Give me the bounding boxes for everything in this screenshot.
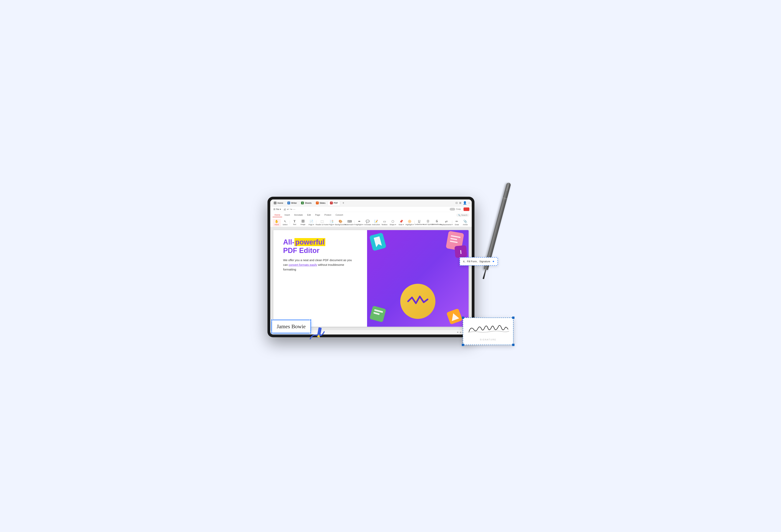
tool-annex[interactable]: 📎 Annex [461, 219, 469, 226]
grid-icon[interactable]: ⊞ [459, 202, 461, 204]
handle-tl[interactable] [271, 319, 273, 321]
title-highlight: powerful [294, 238, 325, 246]
menu-edit[interactable]: Edit [305, 213, 313, 217]
tool-note[interactable]: 📌 Note ▾ [397, 219, 405, 226]
handle-bl[interactable] [271, 332, 273, 334]
scene: ⌂ Home W Writer S Sheets P Slides P PD [263, 181, 518, 351]
tool-image[interactable]: 🖼 Image [299, 219, 307, 226]
background-icon: 🎨 [338, 220, 342, 223]
toggle-switch[interactable] [450, 208, 455, 211]
tool-background[interactable]: 🎨 Background ▾ [336, 219, 345, 226]
tool-highlight2[interactable]: 🔆 Highlight ▾ [406, 219, 414, 226]
select-label: Select [283, 224, 287, 226]
menu-button[interactable]: ☰ File ▾ [273, 208, 282, 211]
tabs-controls: ⊡ ⊞ 👤 ─ [455, 201, 470, 205]
signature-card-label: SIGNATURE [467, 339, 509, 341]
textbox-label: Textbox [381, 224, 387, 226]
tool-insert-symbol[interactable]: Ω Insert Symbol [423, 219, 433, 226]
page2-label: Page ▾ [329, 224, 334, 226]
page-content: All-powerful PDF Editor We offer you a n… [273, 230, 468, 327]
page2-icon: 📑 [330, 220, 333, 223]
menu-page[interactable]: Page [313, 213, 322, 217]
insert-symbol-icon: Ω [427, 220, 429, 223]
menu-icon: ☰ [273, 208, 275, 210]
menu-protect[interactable]: Protect [323, 213, 333, 217]
annotate-icon: 💬 [366, 220, 370, 223]
tool-deleteline[interactable]: S Deleteline ▾ [433, 219, 441, 226]
coop-label: Coop [456, 208, 461, 210]
watermark-icon: ⌨ [347, 220, 352, 223]
undo-button[interactable]: ↩ [287, 208, 289, 211]
print-icon[interactable]: 🖨 [283, 208, 286, 211]
tab-add-button[interactable]: + [341, 201, 345, 205]
sig-corner-br [512, 344, 515, 346]
handle-tr[interactable] [310, 319, 312, 321]
tab-slides-label: Slides [320, 202, 326, 204]
tool-text[interactable]: T Text [291, 219, 299, 226]
redo-button[interactable]: ↪ [290, 208, 292, 211]
tool-draw[interactable]: ✏ Draw [453, 219, 461, 226]
annotate-label: Annotate [364, 224, 371, 226]
search-box[interactable]: 🔍 Search [456, 214, 469, 217]
page-label: Page ▾ [309, 224, 314, 226]
menu-home[interactable]: Home [273, 213, 282, 217]
tool-hand[interactable]: ✋ Hand [273, 219, 281, 226]
tool-annotate[interactable]: 💬 Annotate [364, 219, 372, 226]
header-footer-icon: ⬚ [321, 220, 324, 223]
underline-label: Underline ▾ [415, 223, 424, 225]
tab-slides[interactable]: P Slides [314, 201, 327, 205]
tool-textbox[interactable]: ▭ Textbox [380, 219, 388, 226]
content-area: All-powerful PDF Editor We offer you a n… [270, 227, 472, 330]
shape-label: Shape ▾ [389, 224, 396, 226]
minimize-button[interactable]: ─ [468, 202, 470, 204]
hero-link[interactable]: convert formats easily [289, 263, 317, 266]
tool-page[interactable]: 📄 Page ▾ [307, 219, 316, 226]
tool-header-footer[interactable]: ⬚ Header & Footer [317, 219, 327, 226]
tool-instruction[interactable]: 📝 Instruction [372, 219, 380, 226]
window-icon[interactable]: ⊡ [455, 202, 458, 204]
tool-replacements[interactable]: ⇄ Replacements ▾ [441, 219, 451, 226]
instruction-icon: 📝 [374, 220, 378, 223]
fit-icon[interactable]: ⊞ [460, 331, 461, 333]
home-tab-icon: ⌂ [274, 202, 277, 204]
divider-1 [290, 221, 290, 224]
highlight-label: Highlight ▾ [355, 224, 364, 226]
tool-shape[interactable]: ⬡ Shape ▾ [389, 219, 397, 226]
hand-icon: ✋ [275, 220, 279, 223]
highlight-icon: ✒ [358, 220, 361, 223]
tab-home[interactable]: ⌂ Home [272, 201, 285, 205]
tool-underline[interactable]: U Underline ▾ [415, 219, 423, 226]
menu-convert[interactable]: Convert [333, 213, 345, 217]
toolbar: ☰ File ▾ 🖨 ↩ ↪ ··· Coop [270, 207, 472, 227]
deco-teal [369, 232, 386, 251]
deco-purple: I [454, 245, 467, 258]
toolbar-middle: Home Insert Annotate Edit Page Protect C… [273, 212, 469, 218]
tool-page2[interactable]: 📑 Page ▾ [327, 219, 336, 226]
image-icon: 🖼 [301, 220, 304, 223]
stylus-band2 [502, 199, 507, 201]
view-icon[interactable]: 👁 [457, 331, 459, 333]
tab-pdf-label: PDF [334, 202, 338, 204]
watermark-label: Watermark ▾ [344, 224, 355, 226]
svg-rect-12 [317, 327, 322, 336]
writer-tab-icon: W [287, 202, 290, 204]
tab-pdf[interactable]: P PDF [328, 201, 340, 205]
tab-sheets[interactable]: S Sheets [299, 201, 314, 205]
tab-writer[interactable]: W Writer [285, 201, 299, 205]
sig-corner-tl [462, 316, 464, 319]
tool-watermark[interactable]: ⌨ Watermark ▾ [345, 219, 354, 226]
menu-insert[interactable]: Insert [283, 213, 292, 217]
close-button[interactable] [463, 208, 469, 211]
signature-box-left: James Bowie [272, 320, 311, 333]
coop-toggle[interactable]: Coop [450, 208, 461, 211]
menu-annotate[interactable]: Annotate [292, 213, 305, 217]
sig-corner-tr [512, 316, 515, 319]
fill-tooltip: it、Fill Form、Signature ● [460, 257, 498, 266]
tool-select[interactable]: ↖ Select [281, 219, 289, 226]
header-footer-label: Header & Footer [316, 224, 329, 226]
floating-icons: I [367, 230, 468, 327]
more-button[interactable]: ··· [293, 208, 295, 211]
user-avatar[interactable]: 👤 [463, 201, 467, 205]
tool-highlight[interactable]: ✒ Highlight ▾ [355, 219, 363, 226]
pdf-tab-icon: P [330, 202, 333, 204]
